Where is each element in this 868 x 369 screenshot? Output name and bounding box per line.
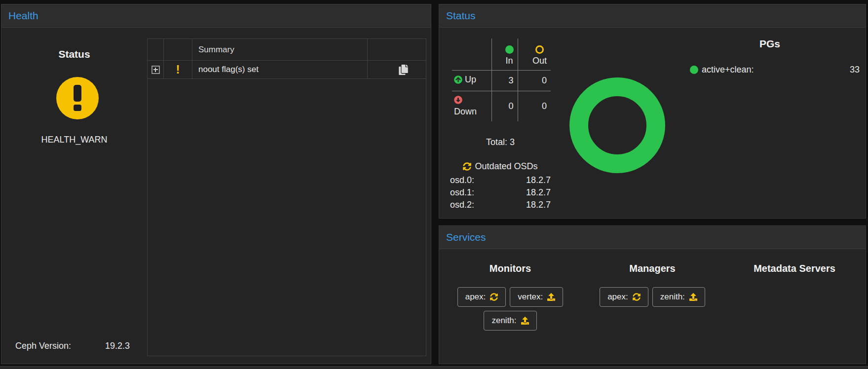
pgs-title: PGs [676, 38, 864, 50]
refresh-icon [633, 293, 641, 301]
refresh-icon [463, 162, 471, 171]
health-panel-header: Health [1, 4, 431, 28]
exclamation-bar [74, 85, 81, 102]
in-status-dot-icon [505, 45, 514, 54]
arrow-circle-up-icon [454, 75, 462, 84]
outdated-osd-row: osd.0: 18.2.7 [450, 174, 551, 186]
pgs-legend-label: active+clean: [702, 65, 754, 75]
ceph-version-value: 19.2.3 [105, 341, 130, 351]
monitors-title: Monitors [439, 263, 581, 274]
osd-down-in-count: 0 [491, 91, 518, 121]
expand-row-icon[interactable] [151, 66, 160, 74]
osd-down-row-label: Down [452, 91, 491, 121]
ceph-version-label: Ceph Version: [15, 341, 71, 351]
warning-summary-text: noout flag(s) set [192, 61, 368, 78]
warnings-table-header-row: Summary [148, 39, 426, 61]
copy-column-header [368, 39, 426, 60]
severity-column-header [164, 39, 192, 60]
active-clean-dot-icon [690, 66, 698, 74]
osd-out-column-header: Out [518, 38, 551, 70]
out-header-label: Out [532, 56, 547, 66]
osd-name: osd.1: [450, 186, 474, 199]
osd-status-block: In Out Up 3 0 [450, 38, 551, 211]
managers-group: Managers apex: zenith: [581, 249, 723, 364]
status-panel: Status In Out [439, 4, 866, 219]
up-label: Up [465, 74, 476, 85]
service-button-manager-zenith[interactable]: zenith: [652, 287, 705, 307]
service-button-monitor-zenith[interactable]: zenith: [484, 311, 536, 331]
osd-in-out-table: In Out Up 3 0 [452, 38, 551, 121]
service-label: zenith: [491, 316, 516, 326]
osd-up-out-count: 0 [518, 70, 551, 91]
outdated-osds-header: Outdated OSDs [450, 161, 551, 172]
pgs-donut-chart [569, 77, 665, 173]
health-status-value: HEALTH_WARN [1, 135, 147, 145]
managers-title: Managers [581, 263, 723, 274]
service-label: zenith: [660, 292, 685, 302]
osd-name: osd.2: [450, 199, 474, 211]
service-button-monitor-apex[interactable]: apex: [457, 287, 506, 307]
service-button-manager-apex[interactable]: apex: [600, 287, 648, 307]
in-header-label: In [505, 56, 513, 66]
health-warning-icon [56, 77, 99, 119]
status-panel-header: Status [439, 4, 866, 28]
osd-up-in-count: 3 [491, 70, 518, 91]
pgs-block: PGs active+clean: 33 [676, 38, 864, 75]
monitors-group: Monitors apex: vertex: zenith: [439, 249, 581, 364]
upload-icon [689, 293, 697, 301]
osd-table-corner-cell [452, 38, 491, 70]
osd-version: 18.2.7 [526, 186, 551, 199]
outdated-osd-row: osd.1: 18.2.7 [450, 186, 551, 199]
health-panel: Health Status HEALTH_WARN Ceph Version: … [1, 4, 431, 364]
refresh-icon [490, 293, 498, 301]
warning-table-row[interactable]: ! noout flag(s) set [148, 61, 426, 79]
service-label: apex: [607, 292, 628, 302]
expander-column-header [148, 39, 164, 60]
services-panel: Services Monitors apex: vertex: zenith: [439, 225, 866, 364]
copy-icon[interactable] [398, 65, 409, 75]
health-warnings-table: Summary ! noout flag(s) set [147, 38, 426, 356]
outdated-osds-list: osd.0: 18.2.7 osd.1: 18.2.7 osd.2: 18.2.… [450, 174, 551, 211]
services-body: Monitors apex: vertex: zenith: Managers [439, 249, 866, 364]
services-panel-header: Services [439, 226, 866, 249]
osd-name: osd.0: [450, 174, 474, 186]
ceph-version-row: Ceph Version: 19.2.3 [15, 341, 130, 351]
status-panel-title: Status [446, 10, 476, 22]
osd-total: Total: 3 [450, 137, 551, 148]
service-label: vertex: [518, 292, 543, 302]
pgs-legend-row: active+clean: 33 [676, 65, 864, 75]
outdated-osds-title: Outdated OSDs [475, 161, 537, 172]
exclamation-dot [74, 105, 81, 111]
health-status-heading: Status [1, 48, 147, 60]
down-label: Down [454, 107, 491, 117]
summary-column-header: Summary [192, 39, 368, 60]
metadata-servers-title: Metadata Servers [723, 263, 866, 274]
osd-in-column-header: In [491, 38, 518, 70]
services-panel-title: Services [446, 231, 486, 243]
upload-icon [547, 293, 555, 301]
out-status-ring-icon [535, 45, 544, 54]
metadata-servers-group: Metadata Servers [723, 249, 866, 364]
osd-up-row-label: Up [452, 70, 491, 91]
health-panel-title: Health [8, 10, 38, 22]
pgs-legend-value: 33 [850, 65, 860, 75]
osd-version: 18.2.7 [526, 199, 551, 211]
outdated-osd-row: osd.2: 18.2.7 [450, 199, 551, 211]
warning-severity-icon: ! [176, 64, 180, 75]
upload-icon [521, 317, 529, 325]
osd-down-out-count: 0 [518, 91, 551, 121]
osd-version: 18.2.7 [526, 174, 551, 186]
bottom-strip [0, 366, 868, 369]
arrow-circle-down-icon [454, 96, 462, 104]
service-label: apex: [465, 292, 486, 302]
service-button-monitor-vertex[interactable]: vertex: [510, 287, 563, 307]
